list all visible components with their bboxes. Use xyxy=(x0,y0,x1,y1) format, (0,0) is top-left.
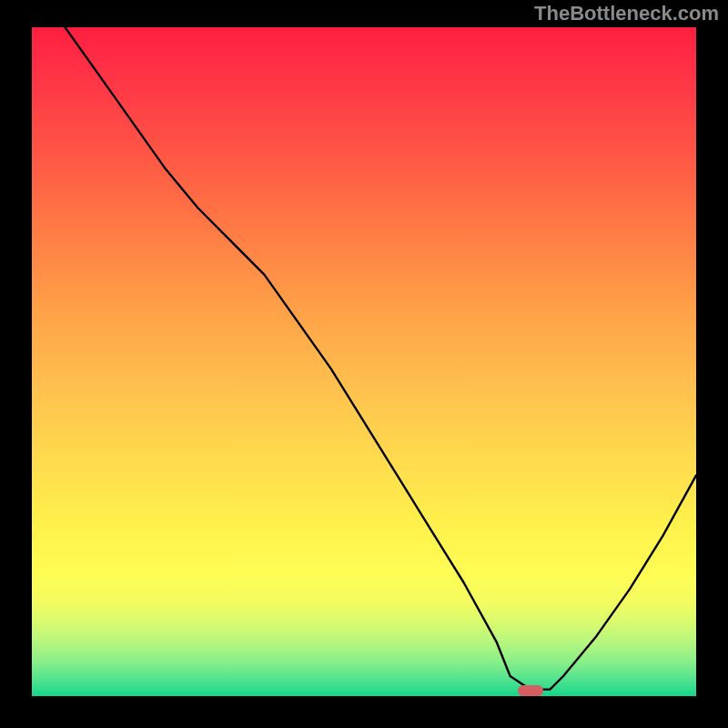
plot-area xyxy=(32,27,696,696)
watermark-text: TheBottleneck.com xyxy=(534,2,719,25)
bottleneck-curve xyxy=(32,27,696,696)
chart-container: TheBottleneck.com xyxy=(0,0,728,728)
curve-path xyxy=(66,27,697,690)
optimal-marker xyxy=(518,685,543,696)
